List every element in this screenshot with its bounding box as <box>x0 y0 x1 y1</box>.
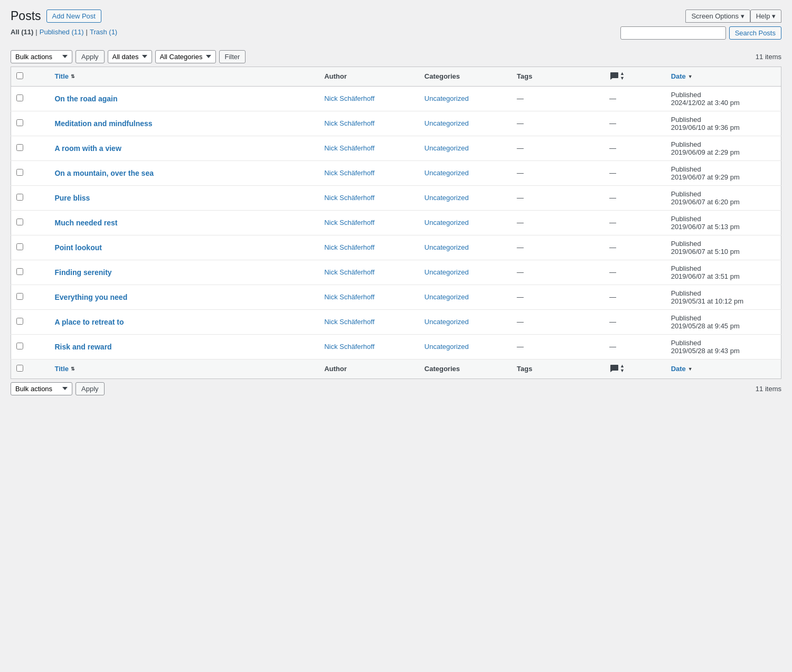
author-link-7[interactable]: Nick Schäferhoff <box>324 268 374 276</box>
post-title-link-7[interactable]: Finding serenity <box>54 268 111 277</box>
filter-published[interactable]: Published (11) <box>40 28 84 36</box>
cat-link-9[interactable]: Uncategorized <box>425 318 469 326</box>
author-link-6[interactable]: Nick Schäferhoff <box>324 243 374 251</box>
cat-link-3[interactable]: Uncategorized <box>425 169 469 177</box>
post-status-filters: All (11) | Published (11) | Trash (1) <box>11 28 117 36</box>
author-link-0[interactable]: Nick Schäferhoff <box>324 94 374 102</box>
row-checkbox-input-2[interactable] <box>16 144 23 151</box>
search-posts-button[interactable]: Search Posts <box>729 26 781 40</box>
row-checkbox-3[interactable] <box>11 160 50 185</box>
row-checkbox-input-5[interactable] <box>16 219 23 225</box>
cat-link-2[interactable]: Uncategorized <box>425 144 469 152</box>
author-link-8[interactable]: Nick Schäferhoff <box>324 293 374 301</box>
row-checkbox-7[interactable] <box>11 260 50 285</box>
row-checkbox-input-1[interactable] <box>16 119 23 126</box>
apply-button-top[interactable]: Apply <box>76 50 105 63</box>
cat-link-7[interactable]: Uncategorized <box>425 268 469 276</box>
select-all-checkbox-header[interactable] <box>11 67 50 86</box>
screen-options-button[interactable]: Screen Options ▾ <box>685 10 750 23</box>
filter-trash[interactable]: Trash (1) <box>90 28 117 36</box>
apply-button-bottom[interactable]: Apply <box>76 382 105 395</box>
search-input[interactable] <box>620 26 726 40</box>
post-title-link-3[interactable]: On a mountain, over the sea <box>54 169 154 177</box>
row-checkbox-1[interactable] <box>11 111 50 136</box>
post-title-link-0[interactable]: On the road again <box>54 94 117 103</box>
col-footer-title[interactable]: Title ⇅ <box>49 359 319 378</box>
sort-title-link-bottom[interactable]: Title ⇅ <box>54 365 75 373</box>
date-filter-select[interactable]: All dates <box>108 50 152 63</box>
filter-button[interactable]: Filter <box>219 50 246 63</box>
post-title-link-9[interactable]: A place to retreat to <box>54 318 124 326</box>
row-tags-9: — <box>512 309 604 334</box>
row-date-10: Published2019/05/28 at 9:43 pm <box>666 334 781 359</box>
row-checkbox-input-10[interactable] <box>16 343 23 349</box>
row-checkbox-input-8[interactable] <box>16 293 23 300</box>
tablenav-bottom-left: Bulk actions Edit Move to Trash Apply <box>11 382 105 395</box>
post-title-link-6[interactable]: Point lookout <box>54 243 101 252</box>
row-checkbox-input-4[interactable] <box>16 194 23 201</box>
author-link-1[interactable]: Nick Schäferhoff <box>324 119 374 127</box>
comments-sort-icons[interactable]: ▲▼ <box>609 71 625 81</box>
cat-link-4[interactable]: Uncategorized <box>425 194 469 202</box>
category-filter-select[interactable]: All Categories <box>155 50 216 63</box>
col-header-comments[interactable]: ▲▼ <box>604 67 666 86</box>
row-categories-10: Uncategorized <box>419 334 512 359</box>
cat-link-0[interactable]: Uncategorized <box>425 94 469 102</box>
row-checkbox-input-9[interactable] <box>16 318 23 325</box>
author-link-10[interactable]: Nick Schäferhoff <box>324 343 374 351</box>
col-header-title[interactable]: Title ⇅ <box>49 67 319 86</box>
sort-date-icon: ▼ <box>688 74 693 79</box>
post-title-link-8[interactable]: Everything you need <box>54 293 127 301</box>
cat-link-5[interactable]: Uncategorized <box>425 219 469 226</box>
cat-link-10[interactable]: Uncategorized <box>425 343 469 351</box>
select-all-checkbox-footer[interactable] <box>11 359 50 378</box>
comments-sort-icons-bottom[interactable]: ▲▼ <box>609 364 625 373</box>
row-title-10: Risk and reward <box>49 334 319 359</box>
col-footer-date[interactable]: Date ▼ <box>666 359 781 378</box>
row-date-3: Published2019/06/07 at 9:29 pm <box>666 160 781 185</box>
row-checkbox-2[interactable] <box>11 136 50 160</box>
row-comments-1: — <box>604 111 666 136</box>
author-link-2[interactable]: Nick Schäferhoff <box>324 144 374 152</box>
sort-date-link-bottom[interactable]: Date ▼ <box>671 365 693 373</box>
sort-date-link[interactable]: Date ▼ <box>671 72 693 80</box>
col-footer-comments[interactable]: ▲▼ <box>604 359 666 378</box>
author-link-5[interactable]: Nick Schäferhoff <box>324 219 374 226</box>
col-footer-author: Author <box>319 359 419 378</box>
row-checkbox-input-0[interactable] <box>16 94 23 101</box>
post-title-link-10[interactable]: Risk and reward <box>54 343 111 351</box>
bulk-actions-select-bottom[interactable]: Bulk actions Edit Move to Trash <box>11 382 72 395</box>
posts-table: Title ⇅ Author Categories Tags ▲▼ <box>11 67 781 379</box>
select-all-checkbox-bottom[interactable] <box>16 365 23 372</box>
add-new-post-button[interactable]: Add New Post <box>46 10 101 23</box>
help-button[interactable]: Help ▾ <box>750 10 781 23</box>
post-title-link-1[interactable]: Meditation and mindfulness <box>54 119 152 128</box>
row-checkbox-5[interactable] <box>11 210 50 235</box>
row-checkbox-input-6[interactable] <box>16 243 23 250</box>
row-categories-9: Uncategorized <box>419 309 512 334</box>
author-link-3[interactable]: Nick Schäferhoff <box>324 169 374 177</box>
post-title-link-4[interactable]: Pure bliss <box>54 194 90 202</box>
bulk-actions-select-top[interactable]: Bulk actions Edit Move to Trash <box>11 50 72 63</box>
row-checkbox-input-7[interactable] <box>16 268 23 275</box>
filter-all[interactable]: All (11) <box>11 28 33 36</box>
row-checkbox-0[interactable] <box>11 86 50 111</box>
select-all-checkbox[interactable] <box>16 72 23 79</box>
row-checkbox-10[interactable] <box>11 334 50 359</box>
row-comments-3: — <box>604 160 666 185</box>
row-checkbox-8[interactable] <box>11 285 50 309</box>
sort-title-link[interactable]: Title ⇅ <box>54 72 75 80</box>
post-title-link-2[interactable]: A room with a view <box>54 144 121 153</box>
row-checkbox-6[interactable] <box>11 235 50 260</box>
row-checkbox-input-3[interactable] <box>16 169 23 176</box>
col-header-date[interactable]: Date ▼ <box>666 67 781 86</box>
row-checkbox-4[interactable] <box>11 185 50 210</box>
author-link-4[interactable]: Nick Schäferhoff <box>324 194 374 202</box>
row-categories-0: Uncategorized <box>419 86 512 111</box>
row-checkbox-9[interactable] <box>11 309 50 334</box>
cat-link-6[interactable]: Uncategorized <box>425 243 469 251</box>
cat-link-1[interactable]: Uncategorized <box>425 119 469 127</box>
post-title-link-5[interactable]: Much needed rest <box>54 219 117 227</box>
author-link-9[interactable]: Nick Schäferhoff <box>324 318 374 326</box>
cat-link-8[interactable]: Uncategorized <box>425 293 469 301</box>
